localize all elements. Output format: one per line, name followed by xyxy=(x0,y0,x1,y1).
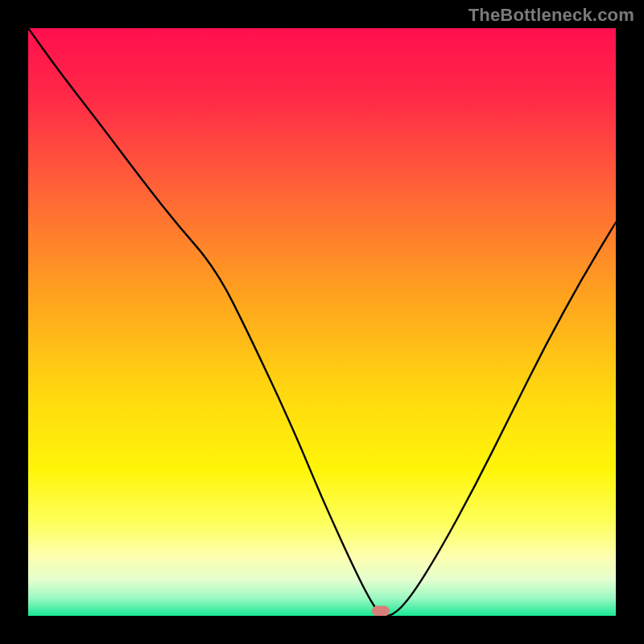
chart-frame: TheBottleneck.com xyxy=(0,0,644,644)
curve-path xyxy=(28,28,616,616)
watermark-text: TheBottleneck.com xyxy=(469,5,634,26)
optimal-marker xyxy=(372,606,390,617)
bottleneck-curve xyxy=(28,28,616,616)
plot-area xyxy=(28,28,616,616)
